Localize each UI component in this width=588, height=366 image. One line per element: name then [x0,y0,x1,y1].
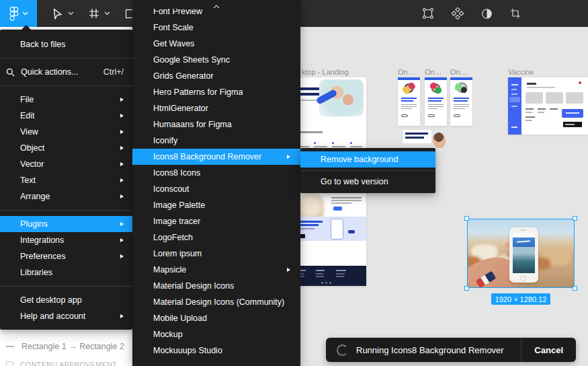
plugin-item-hero-patterns[interactable]: Hero Patterns for Figma [132,84,300,100]
menu-item-vector[interactable]: Vector [0,156,132,172]
dimensions-badge: 1920 × 1280.12 [491,293,550,305]
plugin-item-iconify[interactable]: Iconify [132,133,300,149]
menu-item-back-to-files[interactable]: Back to files [0,36,132,52]
move-tool-button[interactable] [52,7,74,20]
object-actions [422,0,521,27]
edit-object-icon[interactable] [422,7,434,20]
thumb-shape [314,146,327,147]
plugin-item-mapsicle[interactable]: Mapsicle [132,262,300,278]
thumb-shape [336,276,344,277]
selection-handle-top-right[interactable] [573,216,577,221]
thumb-shape [329,282,331,284]
selection-handle-bottom-right[interactable] [573,286,577,291]
thumb-shape [401,114,408,117]
use-as-mask-icon[interactable] [481,8,493,20]
menu-label: Back to files [20,40,65,49]
menu-item-plugins[interactable]: Plugins [0,216,132,232]
frame-label-vaccine[interactable]: Vaccine [508,68,534,76]
frame-vaccine-dashboard[interactable] [508,77,588,135]
scroll-up-zone[interactable] [132,0,300,9]
dash-icon [6,346,14,347]
submenu-arrow-icon [120,314,124,318]
thumb-shape [428,108,437,109]
selection-handle-bottom-left[interactable] [464,286,469,291]
frame-onboarding-1[interactable] [398,77,420,126]
menu-item-integrations[interactable]: Integrations [0,232,132,248]
plugin-item-icons8-icons[interactable]: Icons8 Icons [132,165,300,181]
plugin-item-grids-generator[interactable]: Grids Generator [132,68,300,84]
plugin-item-image-tracer[interactable]: Image tracer [132,213,300,229]
menu-label: Iconify [153,136,177,145]
plugin-item-logofetch[interactable]: LogoFetch [132,229,300,246]
menu-item-view[interactable]: View [0,124,132,140]
menu-label: Mapsicle [153,265,186,274]
frame-tool-button[interactable] [89,8,110,19]
thumb-shape [566,112,579,114]
menu-label: Get desktop app [20,295,82,305]
thumb-shape [405,137,424,139]
thumb-shape [332,142,334,144]
frame-onboarding-3[interactable] [450,77,472,126]
cancel-button[interactable]: Cancel [521,345,576,355]
submenu-arrow-icon [120,162,124,166]
plugin-item-font-scale[interactable]: Font Scale [132,20,300,36]
menu-item-object[interactable]: Object [0,140,132,156]
thumb-shape [314,142,316,144]
frame-label-onboarding-3[interactable]: On… [450,68,468,76]
photo-hand-holding-phone[interactable] [467,219,575,288]
crop-icon[interactable] [510,8,521,19]
menu-item-help-and-account[interactable]: Help and account [0,308,132,324]
thumb-shape [538,112,544,113]
menu-item-text[interactable]: Text [0,172,132,188]
menu-item-get-desktop-app[interactable]: Get desktop app [0,292,132,308]
menu-item-libraries[interactable]: Libraries [0,264,132,281]
thumb-shape [348,230,355,233]
menu-item-arrange[interactable]: Arrange [0,188,132,205]
menu-item-file[interactable]: File [0,92,132,108]
thumb-shape [454,100,468,102]
plugin-item-htmlgenerator[interactable]: HtmlGenerator [132,100,300,116]
frame-onboarding-2[interactable] [425,77,447,126]
plugin-item-get-waves[interactable]: Get Waves [132,36,300,52]
plugin-item-icons8-background-remover[interactable]: Icons8 Background Remover [132,149,300,165]
thumb-text-card[interactable] [403,130,431,143]
menu-item-edit[interactable]: Edit [0,108,132,124]
cutout-head-image[interactable] [431,132,446,149]
plugin-item-google-sheets-sync[interactable]: Google Sheets Sync [132,52,300,68]
frame-label-onboarding-2[interactable]: On… [425,68,442,76]
layer-icon [6,361,13,366]
menu-label: Icons8 Background Remover [153,152,261,161]
selected-image[interactable] [467,219,575,288]
menu-label: Hero Patterns for Figma [153,87,243,97]
menu-label: Vector [20,159,44,169]
breadcrumb[interactable]: Rectangle 1 → Rectangle 2 [0,340,138,353]
plugin-item-mockuuups-studio[interactable]: Mockuuups Studio [132,342,300,359]
plugin-item-iconscout[interactable]: Iconscout [132,181,300,197]
submenu-item-remove-background[interactable]: Remove background [300,151,435,168]
thumb-shape [526,112,532,113]
plugin-item-image-palette[interactable]: Image Palette [132,197,300,213]
figma-menu-button[interactable] [0,0,37,27]
plugin-item-mobile-upload[interactable]: Mobile Upload [132,310,300,326]
thumb-shape [566,92,583,104]
plugin-item-material-design-icons[interactable]: Material Design Icons [132,278,300,294]
selection-handle-top-left[interactable] [464,216,469,221]
submenu-item-go-to-web-version[interactable]: Go to web version [300,174,435,190]
chevron-down-icon [104,11,110,15]
frame-label-landing[interactable]: ktop - Landing [302,68,349,76]
plugin-item-lorem-ipsum[interactable]: Lorem ipsum [132,246,300,262]
submenu-arrow-icon [120,238,124,242]
thumb-shape [336,273,345,274]
thumb-app-section [289,217,366,241]
menu-label: Font Scale [153,23,194,32]
layers-partial-row[interactable]: CONTENU APPROVEMENT [0,359,138,366]
plugin-item-humaaans[interactable]: Humaaans for Figma [132,116,300,133]
plugin-item-material-design-icons-community[interactable]: Material Design Icons (Community) [132,294,300,310]
menu-item-quick-actions[interactable]: Quick actions... Ctrl+/ [0,64,132,80]
plugin-item-mockup[interactable]: Mockup [132,326,300,342]
menu-item-preferences[interactable]: Preferences [0,248,132,264]
menu-label: Text [20,176,36,185]
create-component-icon[interactable] [452,7,464,20]
plugin-running-toast: Running Icons8 Background Remover Cancel [326,338,576,362]
frame-label-onboarding-1[interactable]: On… [398,68,415,76]
